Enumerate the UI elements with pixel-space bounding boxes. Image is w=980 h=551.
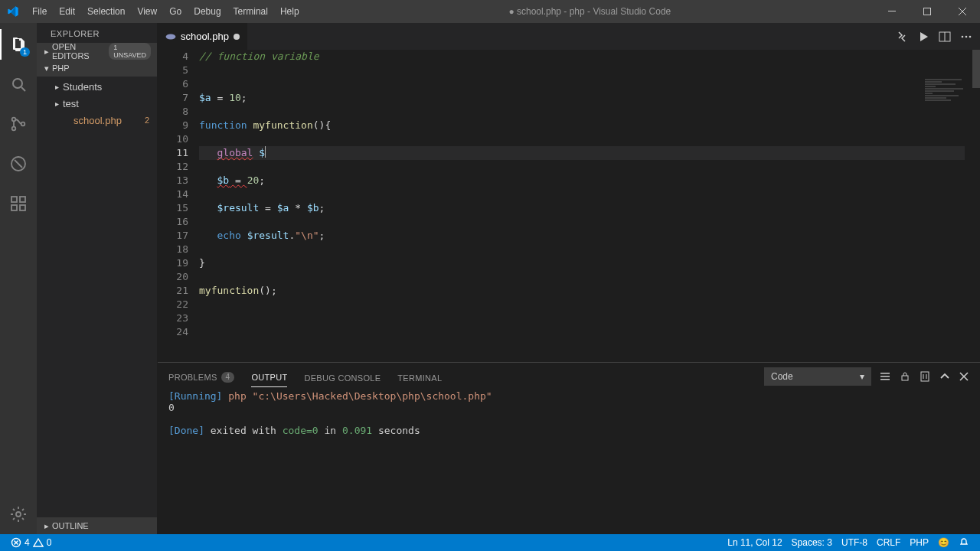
outline-section[interactable]: ▸ OUTLINE bbox=[37, 517, 157, 534]
output-body[interactable]: [Running] php "c:\Users\Hacked\Desktop\p… bbox=[158, 387, 980, 534]
status-cursor-position[interactable]: Ln 11, Col 12 bbox=[723, 537, 786, 548]
window-title: ● school.php - php - Visual Studio Code bbox=[305, 6, 874, 17]
editor-area: school.php 45678910 11 12131415161718192… bbox=[158, 23, 980, 534]
outline-label: OUTLINE bbox=[52, 521, 89, 530]
bottom-panel: PROBLEMS 4 OUTPUT DEBUG CONSOLE TERMINAL… bbox=[158, 362, 980, 534]
status-errors[interactable]: 4 0 bbox=[6, 537, 56, 548]
output-done-label: [Done] bbox=[168, 425, 204, 436]
activity-search[interactable] bbox=[0, 69, 37, 99]
tree-folder[interactable]: ▸ test bbox=[37, 95, 157, 112]
open-editors-section[interactable]: ▸ OPEN EDITORS 1 UNSAVED bbox=[37, 43, 157, 60]
svg-rect-24 bbox=[880, 376, 890, 377]
title-bar: File Edit Selection View Go Debug Termin… bbox=[0, 0, 980, 23]
status-feedback-icon[interactable]: 😊 bbox=[933, 537, 954, 548]
error-icon bbox=[11, 537, 21, 548]
vscode-logo-icon bbox=[0, 5, 26, 18]
tree-label: Students bbox=[63, 81, 102, 93]
svg-rect-12 bbox=[11, 205, 17, 210]
menu-bar: File Edit Selection View Go Debug Termin… bbox=[26, 0, 305, 23]
split-editor-icon[interactable] bbox=[939, 31, 951, 43]
root-folder-label: PHP bbox=[52, 64, 70, 73]
status-notifications-icon[interactable] bbox=[954, 537, 974, 548]
output-command: php "c:\Users\Hacked\Desktop\php\school.… bbox=[228, 390, 492, 402]
tree-file[interactable]: school.php 2 bbox=[37, 112, 157, 129]
menu-view[interactable]: View bbox=[131, 0, 163, 23]
maximize-panel-icon[interactable] bbox=[939, 370, 951, 383]
status-encoding[interactable]: UTF-8 bbox=[837, 537, 872, 548]
panel-tab-output[interactable]: OUTPUT bbox=[251, 373, 287, 387]
svg-rect-13 bbox=[20, 205, 25, 210]
tree-label: test bbox=[63, 98, 79, 109]
status-bar: 4 0 Ln 11, Col 12 Spaces: 3 UTF-8 CRLF P… bbox=[0, 534, 980, 551]
folder-root-section[interactable]: ▾ PHP bbox=[37, 60, 157, 77]
status-language[interactable]: PHP bbox=[905, 537, 933, 548]
modified-dot-icon bbox=[234, 34, 240, 40]
activity-extensions[interactable] bbox=[0, 188, 37, 219]
activity-explorer[interactable]: 1 bbox=[0, 29, 37, 60]
menu-go[interactable]: Go bbox=[163, 0, 188, 23]
svg-point-8 bbox=[21, 122, 25, 126]
close-button[interactable] bbox=[945, 0, 980, 23]
clear-output-icon[interactable] bbox=[919, 370, 931, 383]
code-content[interactable]: // function variable $a = 10; function m… bbox=[199, 50, 980, 362]
svg-line-5 bbox=[21, 87, 25, 91]
svg-point-7 bbox=[12, 127, 16, 131]
activity-settings[interactable] bbox=[0, 499, 37, 530]
maximize-button[interactable] bbox=[910, 0, 945, 23]
output-running-label: [Running] bbox=[168, 390, 222, 402]
panel-tab-problems[interactable]: PROBLEMS 4 bbox=[168, 372, 234, 387]
svg-marker-17 bbox=[920, 32, 928, 41]
menu-edit[interactable]: Edit bbox=[53, 0, 81, 23]
menu-file[interactable]: File bbox=[26, 0, 53, 23]
run-icon[interactable] bbox=[917, 31, 929, 43]
chevron-right-icon: ▸ bbox=[52, 83, 61, 91]
svg-point-4 bbox=[13, 79, 22, 88]
explorer-badge: 1 bbox=[20, 47, 30, 57]
file-tree: ▸ Students ▸ test school.php 2 bbox=[37, 77, 157, 517]
output-settings-icon[interactable] bbox=[879, 370, 891, 383]
editor-scrollbar[interactable] bbox=[969, 50, 980, 534]
explorer-sidebar: EXPLORER ▸ OPEN EDITORS 1 UNSAVED ▾ PHP … bbox=[37, 23, 158, 534]
svg-point-20 bbox=[962, 35, 964, 37]
svg-rect-11 bbox=[11, 197, 17, 202]
svg-rect-0 bbox=[888, 11, 896, 11]
chevron-right-icon: ▸ bbox=[44, 521, 49, 531]
editor-actions bbox=[888, 23, 980, 50]
svg-rect-25 bbox=[880, 379, 890, 380]
menu-help[interactable]: Help bbox=[274, 0, 305, 23]
output-channel-select[interactable]: Code ▾ bbox=[764, 367, 871, 386]
status-indent[interactable]: Spaces: 3 bbox=[787, 537, 837, 548]
panel-tab-terminal[interactable]: TERMINAL bbox=[397, 373, 442, 387]
svg-line-10 bbox=[15, 160, 22, 168]
svg-rect-1 bbox=[924, 8, 931, 15]
activity-scm[interactable] bbox=[0, 109, 37, 139]
compare-changes-icon[interactable] bbox=[896, 31, 908, 43]
menu-selection[interactable]: Selection bbox=[81, 0, 131, 23]
php-file-icon bbox=[165, 31, 176, 42]
close-panel-icon[interactable] bbox=[959, 371, 969, 382]
code-editor[interactable]: 45678910 11 12131415161718192021222324 /… bbox=[158, 50, 980, 362]
tree-folder[interactable]: ▸ Students bbox=[37, 78, 157, 95]
minimize-button[interactable] bbox=[874, 0, 910, 23]
lock-scroll-icon[interactable] bbox=[899, 370, 911, 383]
activity-bar: 1 bbox=[0, 23, 37, 534]
problems-count-badge: 4 bbox=[221, 372, 235, 383]
svg-point-15 bbox=[16, 512, 21, 517]
panel-tab-debug-console[interactable]: DEBUG CONSOLE bbox=[304, 373, 381, 387]
svg-point-16 bbox=[166, 34, 176, 39]
text-cursor bbox=[265, 146, 266, 158]
svg-point-21 bbox=[965, 35, 968, 37]
more-actions-icon[interactable] bbox=[960, 31, 972, 43]
status-eol[interactable]: CRLF bbox=[872, 537, 905, 548]
code-comment: // function variable bbox=[199, 51, 319, 62]
svg-rect-26 bbox=[902, 376, 908, 380]
menu-terminal[interactable]: Terminal bbox=[227, 0, 274, 23]
tab-school-php[interactable]: school.php bbox=[158, 23, 248, 50]
svg-marker-35 bbox=[34, 539, 43, 546]
chevron-right-icon: ▸ bbox=[52, 99, 61, 108]
menu-debug[interactable]: Debug bbox=[188, 0, 227, 23]
tab-label: school.php bbox=[181, 31, 229, 42]
activity-debug[interactable] bbox=[0, 148, 37, 179]
unsaved-badge: 1 UNSAVED bbox=[109, 43, 151, 60]
svg-rect-14 bbox=[20, 197, 25, 202]
